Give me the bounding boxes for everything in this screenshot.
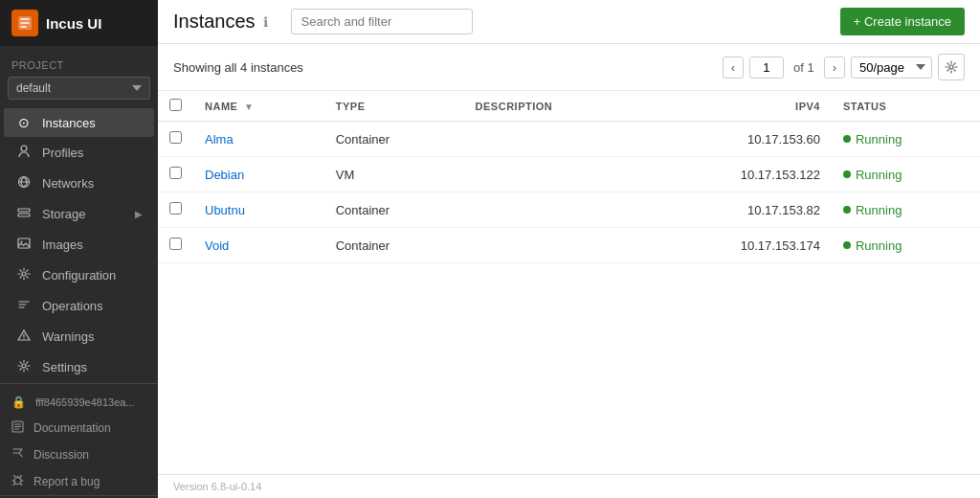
info-icon[interactable]: ℹ: [263, 14, 268, 30]
sidebar-item-operations[interactable]: Operations: [4, 291, 154, 321]
status-badge: Running: [843, 168, 969, 182]
sidebar-item-discussion[interactable]: Discussion: [0, 441, 158, 468]
row-checkbox[interactable]: [169, 202, 182, 215]
row-checkbox[interactable]: [169, 167, 182, 179]
row-checkbox-cell: [158, 122, 193, 157]
row-ipv4: 10.17.153.122: [646, 157, 832, 192]
page-title: Instances: [173, 11, 256, 33]
settings-icon: [15, 359, 33, 375]
sidebar-item-configuration-label: Configuration: [42, 268, 116, 283]
row-type: Container: [324, 122, 464, 157]
svg-point-8: [24, 338, 25, 339]
version-footer: Version 6.8-ui-0.14: [158, 474, 980, 498]
th-ipv4: IPV4: [646, 91, 832, 122]
svg-point-12: [949, 65, 953, 69]
sidebar-item-storage[interactable]: Storage ▶: [4, 199, 154, 229]
sidebar-item-settings[interactable]: Settings: [4, 352, 154, 382]
select-all-checkbox[interactable]: [169, 99, 182, 111]
page-of-label: of 1: [793, 60, 814, 75]
fingerprint-label: fff8465939e4813ea...: [35, 396, 135, 408]
sidebar-item-images[interactable]: Images: [4, 230, 154, 260]
svg-point-6: [21, 241, 23, 243]
project-label: Project: [0, 54, 158, 73]
per-page-select[interactable]: 50/page 100/page 200/page: [851, 57, 932, 79]
svg-point-9: [22, 364, 26, 368]
row-description: [464, 228, 646, 263]
search-input[interactable]: [291, 9, 473, 34]
sidebar-item-documentation[interactable]: Documentation: [0, 415, 158, 441]
row-type: Container: [324, 192, 464, 228]
row-type: VM: [324, 157, 464, 192]
networks-icon: [15, 175, 33, 192]
status-badge: Running: [843, 238, 969, 253]
instance-name-link[interactable]: Alma: [205, 132, 234, 147]
sidebar-item-instances[interactable]: ⊙ Instances: [4, 108, 154, 137]
project-select[interactable]: default: [8, 77, 150, 100]
app-title: Incus UI: [46, 15, 101, 32]
pagination-area: ‹ of 1 › 50/page 100/page 200/page: [723, 54, 965, 80]
status-badge: Running: [843, 203, 969, 217]
create-instance-button[interactable]: + Create instance: [840, 8, 965, 35]
table-row: Void Container 10.17.153.174 Running: [158, 228, 980, 263]
instances-table: NAME ▼ TYPE DESCRIPTION IPV4 STATUS Alma…: [158, 91, 980, 263]
documentation-label: Documentation: [33, 421, 111, 435]
status-dot-icon: [843, 241, 851, 249]
logo-icon: [11, 10, 38, 36]
th-status: STATUS: [832, 91, 980, 122]
row-status: Running: [832, 228, 980, 263]
images-icon: [15, 237, 33, 253]
row-name: Ubutnu: [193, 192, 324, 228]
sidebar-item-profiles[interactable]: Profiles: [4, 138, 154, 168]
table-row: Debian VM 10.17.153.122 Running: [158, 157, 980, 192]
sidebar-item-warnings[interactable]: Warnings: [4, 322, 154, 351]
row-checkbox[interactable]: [169, 238, 182, 250]
sidebar-item-fingerprint[interactable]: 🔒 fff8465939e4813ea...: [0, 390, 158, 415]
svg-point-11: [14, 478, 21, 485]
column-settings-button[interactable]: [938, 54, 965, 80]
profiles-icon: [15, 145, 33, 161]
configuration-icon: [15, 267, 33, 283]
sort-name-icon: ▼: [244, 102, 254, 112]
svg-rect-3: [18, 209, 30, 212]
row-name: Void: [193, 228, 324, 263]
row-status: Running: [832, 157, 980, 192]
sidebar-item-configuration[interactable]: Configuration: [4, 260, 154, 290]
row-description: [464, 122, 646, 157]
showing-text: Showing all 4 instances: [173, 60, 303, 75]
sidebar-item-instances-label: Instances: [42, 116, 96, 130]
report-bug-label: Report a bug: [33, 475, 100, 488]
sidebar-item-report-bug[interactable]: Report a bug: [0, 468, 158, 495]
sidebar-item-networks-label: Networks: [42, 176, 94, 191]
svg-rect-4: [18, 214, 30, 216]
row-checkbox-cell: [158, 192, 193, 228]
bug-icon: [11, 474, 24, 489]
instance-name-link[interactable]: Debian: [205, 168, 244, 182]
th-name[interactable]: NAME ▼: [193, 91, 324, 122]
storage-arrow-icon: ▶: [135, 209, 143, 219]
status-dot-icon: [843, 206, 851, 214]
instance-name-link[interactable]: Ubutnu: [205, 203, 245, 217]
instances-icon: ⊙: [15, 115, 33, 130]
th-type: TYPE: [324, 91, 464, 122]
warnings-icon: [15, 328, 33, 345]
th-select-all: [158, 91, 193, 122]
page-number-input[interactable]: [749, 57, 784, 79]
prev-page-button[interactable]: ‹: [723, 57, 744, 79]
instances-tbody: Alma Container 10.17.153.60 Running Debi…: [158, 122, 980, 263]
sidebar: Incus UI Project default ⊙ Instances Pro…: [0, 0, 158, 498]
row-description: [464, 192, 646, 228]
sidebar-item-profiles-label: Profiles: [42, 146, 83, 160]
sidebar-item-images-label: Images: [42, 238, 83, 252]
sidebar-item-networks[interactable]: Networks: [4, 169, 154, 198]
row-checkbox[interactable]: [169, 131, 182, 144]
project-section: Project default: [0, 46, 158, 107]
app-logo: Incus UI: [0, 0, 158, 46]
instances-table-container: NAME ▼ TYPE DESCRIPTION IPV4 STATUS Alma…: [158, 91, 980, 474]
next-page-button[interactable]: ›: [824, 57, 845, 79]
row-ipv4: 10.17.153.60: [646, 122, 832, 157]
sidebar-item-storage-label: Storage: [42, 207, 86, 221]
th-description: DESCRIPTION: [464, 91, 646, 122]
instance-name-link[interactable]: Void: [205, 238, 229, 253]
row-ipv4: 10.17.153.174: [646, 228, 832, 263]
row-checkbox-cell: [158, 157, 193, 192]
